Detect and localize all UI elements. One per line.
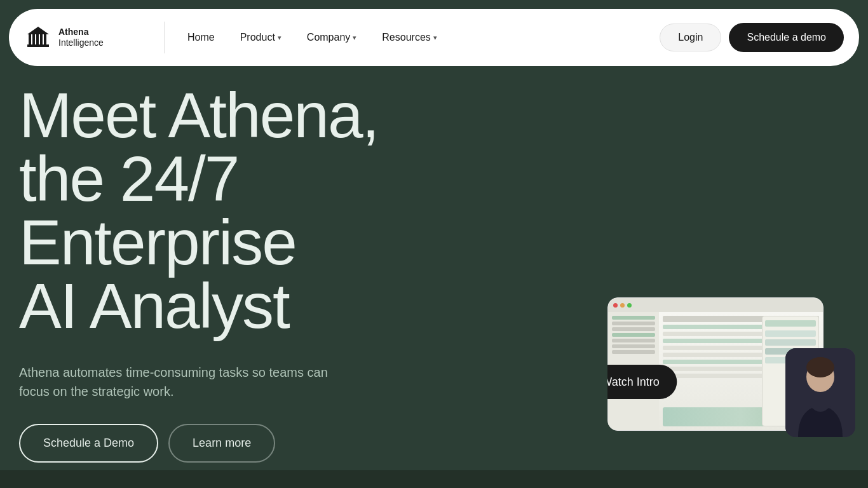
nav-actions: Login Schedule a demo [660, 23, 844, 52]
logo-icon [24, 24, 52, 51]
bottom-bar [0, 470, 868, 488]
presenter-avatar [785, 348, 855, 437]
nav-product[interactable]: Product ▾ [230, 27, 292, 48]
chevron-down-icon: ▾ [278, 34, 281, 42]
nav-resources[interactable]: Resources ▾ [372, 27, 447, 48]
svg-rect-5 [27, 44, 49, 47]
svg-point-11 [806, 357, 834, 377]
schedule-demo-button[interactable]: Schedule a Demo [19, 424, 158, 463]
nav-home[interactable]: Home [177, 27, 225, 48]
brand-sub: Intelligence [58, 37, 104, 48]
navbar: Athena Intelligence Home Product ▾ Compa… [9, 9, 859, 66]
video-preview-area: Watch Intro [607, 297, 855, 437]
svg-marker-6 [27, 27, 49, 34]
hero-section: Meet Athena, the 24/7 Enterprise AI Anal… [0, 0, 868, 488]
nav-divider [164, 22, 165, 53]
learn-more-button[interactable]: Learn more [168, 424, 275, 463]
watch-intro-button[interactable]: Watch Intro [607, 365, 677, 399]
login-button[interactable]: Login [660, 24, 721, 51]
hero-title: Meet Athena, the 24/7 Enterprise AI Anal… [19, 83, 496, 337]
logo[interactable]: Athena Intelligence [24, 24, 151, 51]
logo-text: Athena Intelligence [58, 27, 104, 48]
nav-links: Home Product ▾ Company ▾ Resources ▾ [177, 27, 660, 48]
svg-rect-1 [32, 34, 35, 44]
svg-rect-0 [29, 34, 31, 44]
svg-rect-3 [40, 34, 43, 44]
nav-company[interactable]: Company ▾ [297, 27, 367, 48]
svg-rect-4 [44, 34, 46, 44]
chevron-down-icon: ▾ [353, 34, 356, 42]
hero-description: Athena automates time-consuming tasks so… [19, 363, 349, 401]
schedule-demo-nav-button[interactable]: Schedule a demo [729, 23, 844, 52]
chevron-down-icon: ▾ [433, 34, 437, 42]
svg-rect-2 [36, 34, 39, 44]
brand-name: Athena [58, 27, 104, 37]
